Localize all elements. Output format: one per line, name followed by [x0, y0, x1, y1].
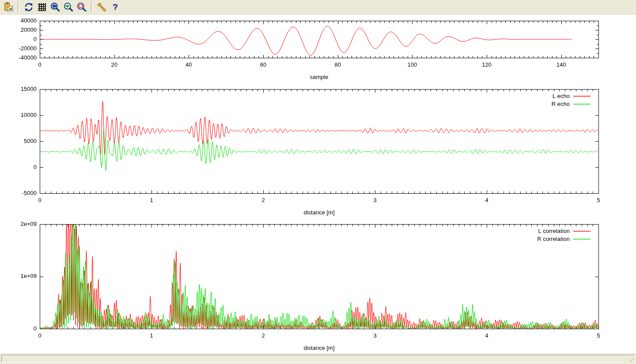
grid-button[interactable] [36, 1, 48, 13]
zoom-next-icon [63, 2, 74, 12]
copy-clipboard-icon [3, 2, 14, 12]
plot-area [0, 15, 636, 353]
zoom-previous-icon [50, 2, 61, 12]
grid-icon [37, 2, 47, 12]
toolbar-separator [91, 2, 93, 12]
wrench-icon [97, 2, 107, 12]
zoom-autoscale-icon [76, 2, 87, 12]
plot-canvas-sample-waveform[interactable] [0, 15, 636, 84]
zoom-previous-button[interactable] [49, 1, 61, 13]
autoscale-button[interactable] [76, 1, 88, 13]
help-icon: ? ? [110, 2, 121, 12]
replot-button[interactable] [23, 1, 35, 13]
resize-grip[interactable] [629, 357, 635, 363]
copy-clipboard-button[interactable] [2, 1, 15, 13]
refresh-icon [23, 2, 34, 12]
svg-text:?: ? [113, 2, 118, 11]
status-bar [0, 353, 636, 364]
plot-canvas-correlation[interactable] [0, 219, 636, 353]
zoom-next-button[interactable] [62, 1, 75, 13]
gnuplot-window: ? ? [0, 0, 636, 364]
plot-canvas-echo[interactable] [0, 84, 636, 219]
status-message [1, 355, 635, 362]
toolbar: ? ? [0, 0, 636, 15]
configure-button[interactable] [96, 1, 108, 13]
help-button[interactable]: ? ? [109, 1, 121, 13]
toolbar-separator [18, 2, 19, 12]
